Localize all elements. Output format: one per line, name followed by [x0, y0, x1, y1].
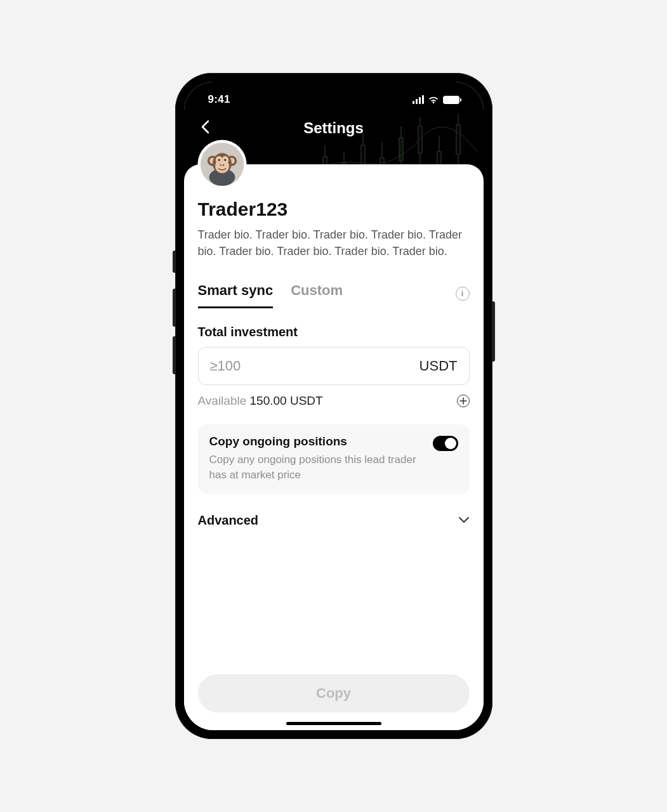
trader-bio: Trader bio. Trader bio. Trader bio. Trad…: [198, 226, 470, 259]
copy-positions-card: Copy ongoing positions Copy any ongoing …: [198, 424, 470, 494]
copy-positions-subtitle: Copy any ongoing positions this lead tra…: [209, 452, 424, 483]
copy-positions-title: Copy ongoing positions: [209, 435, 424, 449]
tab-smart-sync[interactable]: Smart sync: [198, 278, 274, 308]
hw-power: [492, 301, 495, 362]
available-value: 150.00 USDT: [250, 394, 323, 407]
hw-volume-down: [173, 336, 175, 374]
nav-row: Settings: [184, 111, 484, 145]
back-button[interactable]: [201, 120, 209, 136]
page-title: Settings: [303, 119, 364, 137]
hw-volume-up: [173, 289, 175, 327]
info-button[interactable]: i: [456, 287, 470, 301]
wifi-icon: [428, 95, 439, 104]
currency-label: USDT: [419, 358, 458, 374]
svg-point-30: [220, 164, 221, 166]
content-sheet: Trader123 Trader bio. Trader bio. Trader…: [184, 164, 484, 730]
monkey-avatar-icon: [201, 143, 244, 186]
status-time: 9:41: [208, 93, 230, 106]
copy-positions-toggle[interactable]: [433, 436, 458, 451]
svg-point-29: [224, 159, 226, 161]
advanced-label: Advanced: [198, 513, 259, 528]
svg-point-28: [218, 159, 220, 161]
tab-custom[interactable]: Custom: [291, 278, 343, 308]
available-row: Available 150.00 USDT: [198, 394, 470, 408]
avatar[interactable]: [198, 140, 246, 188]
available-label: Available: [198, 394, 247, 407]
add-funds-button[interactable]: [457, 395, 470, 407]
total-investment-input-box: USDT: [198, 347, 470, 385]
svg-rect-7: [361, 145, 365, 167]
svg-point-31: [223, 164, 224, 166]
status-right: [413, 95, 459, 104]
toggle-knob: [445, 438, 456, 449]
phone-frame: 9:41 Settings: [175, 73, 492, 739]
tabs-row: Smart sync Custom i: [198, 278, 470, 308]
plus-icon: [459, 397, 467, 405]
trader-name: Trader123: [198, 199, 470, 220]
info-icon: i: [456, 287, 470, 301]
cellular-icon: [413, 95, 424, 104]
home-indicator[interactable]: [286, 722, 381, 725]
copy-button[interactable]: Copy: [198, 674, 470, 712]
advanced-row[interactable]: Advanced: [198, 513, 470, 528]
chevron-down-icon: [458, 516, 470, 524]
screen: 9:41 Settings: [184, 82, 484, 730]
hw-mute-switch: [173, 251, 175, 273]
battery-icon: [443, 96, 459, 104]
total-investment-input[interactable]: [210, 358, 419, 374]
total-investment-label: Total investment: [198, 325, 470, 339]
